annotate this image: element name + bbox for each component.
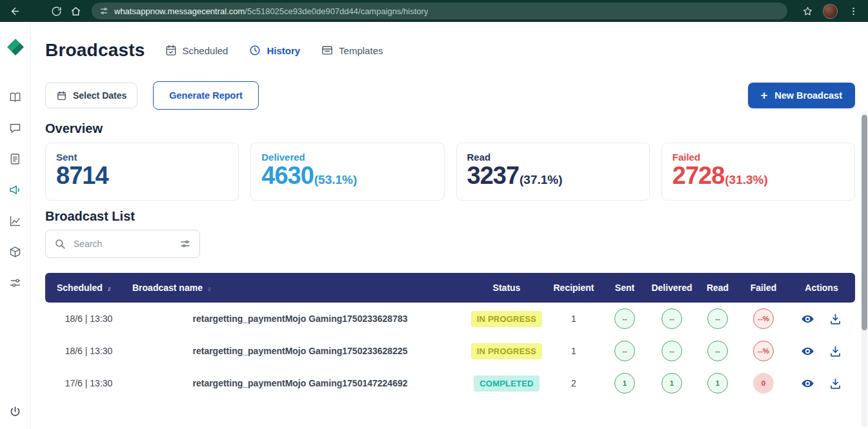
- sidebar-nav: [8, 90, 22, 290]
- tab-templates[interactable]: Templates: [321, 44, 383, 57]
- read-cell: --: [696, 335, 739, 367]
- refresh-icon[interactable]: [46, 1, 66, 21]
- select-dates-label: Select Dates: [73, 90, 126, 101]
- scheduled-calendar-icon: [165, 44, 177, 57]
- table-row: 17/6 | 13:30 retargetting_paymentMojo Ga…: [45, 367, 855, 399]
- bookmark-star-icon[interactable]: [798, 1, 817, 21]
- generate-report-button[interactable]: Generate Report: [153, 81, 259, 110]
- profile-avatar[interactable]: [823, 4, 838, 19]
- page-title: Broadcasts: [45, 40, 145, 61]
- broadcast-table: Scheduled↓↑ Broadcast name↓↑ Status Reci…: [45, 273, 855, 399]
- overview-cards: Sent 8714 Delivered 4630(53.1%) Read 323…: [45, 143, 855, 201]
- tabs: Scheduled History Templates: [165, 44, 383, 57]
- stat-value: 8714: [56, 163, 228, 189]
- col-sent: Sent: [602, 273, 647, 303]
- power-icon[interactable]: [8, 405, 22, 419]
- new-broadcast-button[interactable]: + New Broadcast: [748, 83, 855, 108]
- recipient-cell: 1: [545, 335, 602, 367]
- tab-history[interactable]: History: [248, 44, 300, 57]
- status-badge: IN PROGRESS: [471, 343, 543, 359]
- megaphone-icon[interactable]: [8, 183, 22, 197]
- scrollbar-thumb[interactable]: [862, 115, 867, 330]
- failed-cell: 0: [739, 367, 788, 399]
- generate-report-label: Generate Report: [169, 90, 243, 101]
- address-bar[interactable]: whatsappnow.messagecentral.com/5c518025c…: [92, 3, 787, 19]
- book-icon[interactable]: [8, 90, 22, 104]
- tab-history-label: History: [267, 45, 300, 56]
- view-eye-icon[interactable]: [801, 377, 814, 390]
- stat-card-read: Read 3237(37.1%): [456, 143, 650, 201]
- filter-icon[interactable]: [179, 238, 191, 250]
- sort-icon: ↓↑: [207, 285, 210, 292]
- col-delivered: Delivered: [647, 273, 696, 303]
- broadcast-name-cell: retargetting_paymentMojo Gaming175023362…: [132, 303, 468, 335]
- overview-heading: Overview: [45, 121, 855, 136]
- col-read: Read: [696, 273, 739, 303]
- app-logo: [5, 36, 26, 61]
- col-broadcast-name[interactable]: Broadcast name↓↑: [132, 273, 468, 303]
- col-actions: Actions: [788, 273, 855, 303]
- site-info-icon[interactable]: [99, 6, 108, 15]
- tab-scheduled[interactable]: Scheduled: [165, 44, 228, 57]
- status-cell: IN PROGRESS: [468, 335, 545, 367]
- status-badge: IN PROGRESS: [471, 311, 543, 327]
- delivered-cell: --: [647, 303, 696, 335]
- delivered-cell: --: [647, 335, 696, 367]
- chart-icon[interactable]: [8, 214, 22, 228]
- scheduled-cell: 18/6 | 13:30: [45, 335, 132, 367]
- col-status: Status: [468, 273, 545, 303]
- sliders-icon[interactable]: [8, 276, 22, 290]
- failed-cell: --%: [739, 303, 788, 335]
- sidebar: [0, 22, 31, 429]
- read-cell: --: [696, 303, 739, 335]
- home-icon[interactable]: [66, 1, 85, 21]
- scheduled-cell: 17/6 | 13:30: [45, 367, 132, 399]
- calendar-icon: [56, 90, 67, 101]
- search-input[interactable]: [72, 238, 173, 250]
- col-scheduled[interactable]: Scheduled↓↑: [45, 273, 132, 303]
- actions-cell: [788, 303, 855, 335]
- select-dates-button[interactable]: Select Dates: [45, 83, 137, 108]
- templates-card-icon: [321, 44, 334, 57]
- read-count-badge: 1: [707, 373, 728, 394]
- new-broadcast-label: New Broadcast: [774, 90, 842, 101]
- page-header: Broadcasts Scheduled History: [45, 40, 855, 61]
- download-icon[interactable]: [829, 377, 842, 390]
- chat-icon[interactable]: [8, 121, 22, 135]
- read-count-badge: --: [707, 308, 728, 329]
- download-icon[interactable]: [829, 312, 842, 326]
- actions-cell: [788, 367, 855, 399]
- stat-label: Read: [467, 152, 639, 163]
- search-icon: [54, 238, 66, 250]
- sent-cell: 1: [602, 367, 647, 399]
- stat-label: Delivered: [261, 152, 433, 163]
- failed-cell: --%: [739, 335, 788, 367]
- sent-cell: --: [602, 335, 647, 367]
- search-box: [45, 230, 200, 258]
- col-failed: Failed: [739, 273, 788, 303]
- actions-cell: [788, 335, 855, 367]
- document-icon[interactable]: [8, 152, 22, 166]
- delivered-count-badge: --: [661, 308, 682, 329]
- stat-value: 2728(31.3%): [672, 163, 844, 189]
- table-header-row: Scheduled↓↑ Broadcast name↓↑ Status Reci…: [45, 273, 855, 303]
- scheduled-cell: 18/6 | 13:30: [45, 303, 132, 335]
- main-content: Broadcasts Scheduled History: [31, 22, 868, 429]
- view-eye-icon[interactable]: [801, 312, 814, 326]
- stat-value: 3237(37.1%): [467, 163, 639, 189]
- sent-count-badge: --: [614, 308, 635, 329]
- tab-templates-label: Templates: [339, 45, 383, 56]
- read-count-badge: --: [707, 341, 728, 361]
- download-icon[interactable]: [829, 344, 842, 358]
- box-icon[interactable]: [8, 245, 22, 259]
- stat-card-failed: Failed 2728(31.3%): [661, 143, 855, 201]
- browser-menu-icon[interactable]: [843, 1, 863, 21]
- sent-count-badge: 1: [614, 373, 635, 394]
- table-row: 18/6 | 13:30 retargetting_paymentMojo Ga…: [45, 335, 855, 367]
- status-badge: COMPLETED: [474, 375, 539, 392]
- url-text: whatsappnow.messagecentral.com/5c518025c…: [114, 6, 428, 16]
- view-eye-icon[interactable]: [801, 344, 814, 358]
- delivered-cell: 1: [647, 367, 696, 399]
- back-icon[interactable]: [5, 1, 25, 21]
- sent-cell: --: [602, 303, 647, 335]
